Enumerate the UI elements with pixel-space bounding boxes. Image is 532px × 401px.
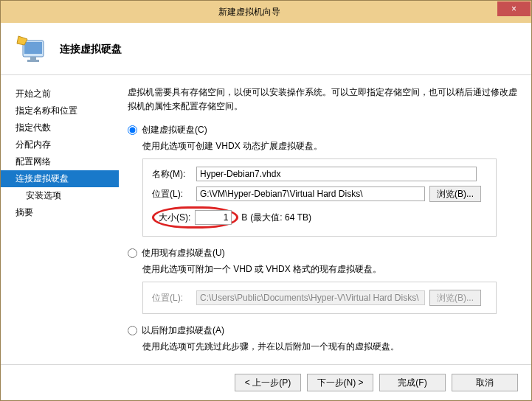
wizard-body: 开始之前 指定名称和位置 指定代数 分配内存 配置网络 连接虚拟硬盘 安装选项 …	[1, 75, 531, 364]
location-input[interactable]	[196, 186, 425, 201]
size-unit-suffix: B	[241, 212, 247, 223]
size-max-note: (最大值: 64 TB)	[250, 212, 311, 224]
finish-button[interactable]: 完成(F)	[379, 374, 446, 391]
sidebar-item-generation[interactable]: 指定代数	[1, 119, 119, 136]
name-input[interactable]	[196, 167, 477, 181]
page-description: 虚拟机需要具有存储空间，以便可以安装操作系统。可以立即指定存储空间，也可以稍后通…	[128, 86, 518, 114]
existing-browse-button: 浏览(B)...	[429, 290, 481, 306]
sidebar-item-vhd[interactable]: 连接虚拟硬盘	[1, 170, 119, 187]
radio-existing-vhd-row[interactable]: 使用现有虚拟硬盘(U)	[128, 247, 518, 259]
sidebar-item-install-options[interactable]: 安装选项	[1, 187, 119, 204]
sidebar-item-summary[interactable]: 摘要	[1, 204, 119, 221]
close-button[interactable]: ×	[497, 1, 531, 16]
radio-create-vhd[interactable]	[128, 125, 137, 135]
radio-attach-later[interactable]	[128, 326, 137, 335]
svg-rect-2	[30, 57, 36, 60]
wizard-icon	[14, 32, 49, 67]
radio-existing-vhd[interactable]	[128, 248, 137, 258]
radio-create-vhd-label: 创建虚拟硬盘(C)	[142, 124, 207, 136]
size-highlight-ring: 大小(S):	[152, 206, 238, 229]
titlebar: 新建虚拟机向导 ×	[1, 1, 531, 23]
option-create-help: 使用此选项可创建 VHDX 动态扩展虚拟硬盘。	[142, 139, 518, 153]
create-vhd-fields: 名称(M): 位置(L): 浏览(B)... 大小(S): B	[142, 158, 497, 237]
sidebar-item-memory[interactable]: 分配内存	[1, 136, 119, 153]
radio-existing-vhd-label: 使用现有虚拟硬盘(U)	[142, 247, 225, 259]
sidebar-item-before-you-begin[interactable]: 开始之前	[1, 86, 119, 102]
radio-attach-later-row[interactable]: 以后附加虚拟硬盘(A)	[128, 324, 518, 337]
existing-location-input	[196, 290, 425, 305]
name-label: 名称(M):	[152, 168, 196, 181]
window-title: 新建虚拟机向导	[1, 6, 497, 18]
page-title: 连接虚拟硬盘	[60, 43, 122, 56]
prev-button[interactable]: < 上一步(P)	[235, 374, 301, 391]
sidebar-item-network[interactable]: 配置网络	[1, 153, 119, 170]
wizard-footer: < 上一步(P) 下一步(N) > 完成(F) 取消	[1, 364, 531, 400]
radio-attach-later-label: 以后附加虚拟硬盘(A)	[142, 324, 224, 337]
wizard-window: 新建虚拟机向导 × 连接虚拟硬盘 开始之前 指定名称和位置 指定代数 分配内存 …	[0, 0, 532, 401]
size-input[interactable]	[195, 210, 232, 225]
option-create-vhd: 创建虚拟硬盘(C) 使用此选项可创建 VHDX 动态扩展虚拟硬盘。 名称(M):…	[128, 124, 518, 237]
radio-create-vhd-row[interactable]: 创建虚拟硬盘(C)	[128, 124, 518, 136]
existing-location-label: 位置(L):	[152, 292, 196, 304]
sidebar-item-name-location[interactable]: 指定名称和位置	[1, 102, 119, 119]
sidebar: 开始之前 指定名称和位置 指定代数 分配内存 配置网络 连接虚拟硬盘 安装选项 …	[1, 75, 119, 364]
location-label: 位置(L):	[152, 188, 196, 200]
wizard-header: 连接虚拟硬盘	[1, 23, 531, 75]
option-later-help: 使用此选项可先跳过此步骤，并在以后附加一个现有的虚拟硬盘。	[142, 340, 518, 353]
size-label: 大小(S):	[159, 212, 190, 224]
option-attach-later: 以后附加虚拟硬盘(A) 使用此选项可先跳过此步骤，并在以后附加一个现有的虚拟硬盘…	[128, 324, 518, 353]
cancel-button[interactable]: 取消	[452, 374, 518, 391]
option-existing-help: 使用此选项可附加一个 VHD 或 VHDX 格式的现有虚拟硬盘。	[142, 262, 518, 276]
content-pane: 虚拟机需要具有存储空间，以便可以安装操作系统。可以立即指定存储空间，也可以稍后通…	[119, 75, 531, 364]
next-button[interactable]: 下一步(N) >	[307, 374, 373, 391]
svg-rect-3	[27, 60, 39, 62]
option-existing-vhd: 使用现有虚拟硬盘(U) 使用此选项可附加一个 VHD 或 VHDX 格式的现有虚…	[128, 247, 518, 314]
svg-rect-1	[24, 42, 42, 54]
browse-button[interactable]: 浏览(B)...	[429, 186, 481, 202]
existing-vhd-fields: 位置(L): 浏览(B)...	[142, 282, 497, 314]
